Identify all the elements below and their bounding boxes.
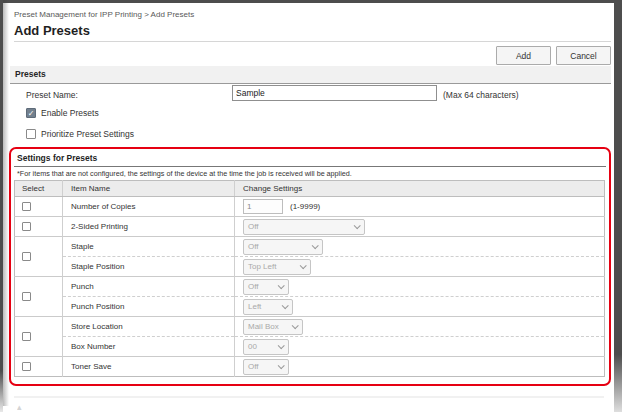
presets-section-header: Presets (10, 66, 611, 84)
preset-checkbox-1[interactable] (26, 129, 36, 139)
2-sided-printing-select[interactable]: Off (243, 219, 365, 235)
select-value: Mail Box (248, 322, 279, 331)
item-name: Box Number (63, 337, 235, 357)
preset-name-hint: (Max 64 characters) (443, 90, 519, 100)
item-name: Toner Save (63, 357, 235, 377)
table-row: 2-Sided PrintingOff (15, 217, 605, 237)
item-name: Punch (63, 277, 235, 297)
chevron-down-icon (278, 342, 285, 349)
select-value: Top Left (248, 262, 276, 271)
box-number-select[interactable]: 00 (243, 339, 289, 355)
select-value: Left (248, 302, 261, 311)
store-location-select[interactable]: Mail Box (243, 319, 303, 335)
select-value: Off (248, 282, 259, 291)
column-header-select: Select (15, 181, 63, 197)
chevron-down-icon (312, 242, 319, 249)
table-row: Box Number00 (15, 337, 605, 357)
settings-section-title: Settings for Presets (14, 152, 606, 167)
staple-select[interactable]: Off (243, 239, 323, 255)
preset-checkbox-0[interactable]: ✓ (26, 108, 36, 118)
item-name: Staple (63, 237, 235, 257)
select-value: Off (248, 242, 259, 251)
chevron-down-icon (292, 322, 299, 329)
page-title: Add Presets (14, 23, 90, 38)
item-name: Punch Position (63, 297, 235, 317)
preset-option-row: ✓Enable Presets (26, 107, 134, 119)
chevron-down-icon (282, 302, 289, 309)
table-row: StapleOff (15, 237, 605, 257)
settings-table: SelectItem NameChange SettingsNumber of … (14, 180, 605, 377)
row-select-checkbox[interactable] (22, 222, 31, 231)
chevron-down-icon (278, 362, 285, 369)
row-select-checkbox[interactable] (22, 202, 31, 211)
punch-position-select[interactable]: Left (243, 299, 293, 315)
chevron-down-icon (278, 282, 285, 289)
window-frame-right (614, 0, 622, 412)
item-name: Number of Copies (63, 197, 235, 217)
row-select-checkbox[interactable] (22, 292, 31, 301)
preset-options: ✓Enable PresetsPrioritize Preset Setting… (26, 107, 134, 149)
select-value: 00 (248, 342, 257, 351)
column-header-change-settings: Change Settings (235, 181, 605, 197)
toner-save-select[interactable]: Off (243, 359, 289, 375)
row-select-checkbox[interactable] (22, 362, 31, 371)
punch-select[interactable]: Off (243, 279, 289, 295)
item-name: Staple Position (63, 257, 235, 277)
preset-option-row: Prioritize Preset Settings (26, 128, 134, 140)
preset-name-input[interactable] (232, 85, 437, 101)
cancel-button[interactable]: Cancel (556, 46, 611, 65)
chevron-down-icon (354, 222, 361, 229)
item-name: Store Location (63, 317, 235, 337)
table-row: Store LocationMail Box (15, 317, 605, 337)
table-row: PunchOff (15, 277, 605, 297)
table-row: Punch PositionLeft (15, 297, 605, 317)
table-row: Number of Copies(1-9999) (15, 197, 605, 217)
breadcrumb: Preset Management for IPP Printing > Add… (14, 10, 194, 19)
copies-input[interactable] (243, 199, 283, 214)
preset-name-label: Preset Name: (26, 90, 78, 100)
app-window: Preset Management for IPP Printing > Add… (0, 0, 622, 412)
preset-checkbox-label: Enable Presets (41, 108, 99, 118)
select-value: Off (248, 362, 259, 371)
window-frame-top (0, 0, 622, 3)
item-name: 2-Sided Printing (63, 217, 235, 237)
cutoff-element: ▴ (17, 403, 26, 412)
add-button[interactable]: Add (496, 46, 551, 65)
range-hint: (1-9999) (290, 202, 320, 211)
select-value: Off (248, 222, 259, 231)
table-row: Staple PositionTop Left (15, 257, 605, 277)
settings-section-note: *For items that are not configured, the … (14, 169, 606, 178)
staple-position-select[interactable]: Top Left (243, 259, 311, 275)
next-section-edge (14, 396, 604, 398)
title-divider (14, 41, 611, 42)
chevron-down-icon (300, 262, 307, 269)
row-select-checkbox[interactable] (22, 252, 31, 261)
column-header-item-name: Item Name (63, 181, 235, 197)
preset-checkbox-label: Prioritize Preset Settings (41, 129, 134, 139)
row-select-checkbox[interactable] (22, 332, 31, 341)
table-row: Toner SaveOff (15, 357, 605, 377)
annotation-highlight-box: Settings for Presets *For items that are… (9, 147, 611, 386)
